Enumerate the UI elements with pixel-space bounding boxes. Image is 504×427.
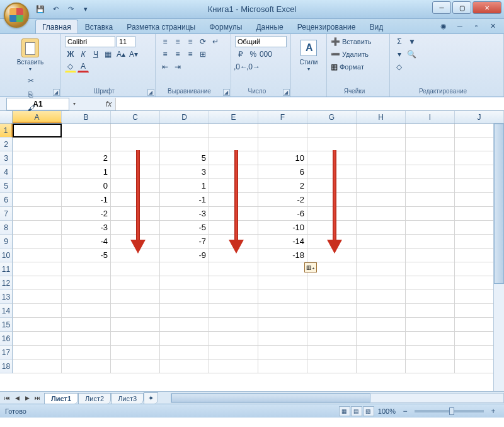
tab-formulas[interactable]: Формулы — [202, 20, 249, 33]
cell[interactable] — [357, 165, 406, 179]
cell[interactable] — [111, 165, 160, 179]
sheet-tab[interactable]: Лист1 — [44, 393, 78, 404]
cell[interactable] — [406, 346, 455, 360]
cell[interactable]: -4 — [62, 235, 111, 249]
cell[interactable] — [406, 290, 455, 304]
cell[interactable] — [357, 124, 406, 137]
cell[interactable] — [209, 249, 258, 262]
delete-cells-button[interactable]: Удалить — [341, 49, 369, 60]
row-header[interactable]: 16 — [0, 332, 13, 346]
cell[interactable]: -2 — [258, 193, 307, 207]
cell[interactable] — [111, 235, 160, 249]
cell[interactable] — [111, 137, 160, 151]
sheet-next-icon[interactable]: ▶ — [23, 395, 32, 401]
cell[interactable] — [160, 360, 209, 373]
cell[interactable] — [406, 137, 455, 151]
cell[interactable] — [258, 318, 307, 332]
cell[interactable] — [160, 262, 209, 276]
cell[interactable] — [111, 318, 160, 332]
cell[interactable] — [209, 179, 258, 193]
cell[interactable] — [209, 360, 258, 373]
save-icon[interactable]: 💾 — [35, 4, 46, 15]
cell[interactable] — [62, 124, 111, 137]
cell[interactable] — [62, 332, 111, 346]
font-name-select[interactable] — [65, 36, 115, 47]
worksheet-grid[interactable]: ABCDEFGHIJ 123456789101112131415161718 2… — [0, 111, 504, 391]
cell[interactable] — [111, 360, 160, 373]
number-format-select[interactable] — [235, 36, 287, 47]
cell[interactable] — [307, 332, 357, 346]
cell[interactable] — [209, 193, 258, 207]
cell[interactable] — [307, 318, 357, 332]
cell[interactable] — [160, 276, 209, 290]
cell[interactable] — [406, 332, 455, 346]
cell[interactable] — [160, 124, 209, 137]
cell[interactable] — [258, 124, 307, 137]
cell[interactable] — [13, 221, 62, 235]
row-header[interactable]: 18 — [0, 360, 13, 373]
cell[interactable] — [13, 249, 62, 262]
cell[interactable]: -5 — [62, 249, 111, 262]
tab-view[interactable]: Вид — [362, 20, 390, 33]
cell[interactable]: -3 — [62, 221, 111, 235]
cell[interactable] — [111, 290, 160, 304]
zoom-out-button[interactable]: − — [399, 406, 411, 417]
help-icon[interactable]: ◉ — [438, 21, 449, 31]
cell[interactable] — [357, 332, 406, 346]
cell[interactable] — [357, 290, 406, 304]
cell[interactable]: 0 — [62, 179, 111, 193]
row-header[interactable]: 2 — [0, 137, 13, 151]
column-header[interactable]: E — [209, 111, 258, 123]
styles-button[interactable]: Стили ▾ — [295, 36, 323, 74]
column-header[interactable]: G — [307, 111, 357, 123]
cell[interactable] — [406, 360, 455, 373]
cell[interactable] — [258, 332, 307, 346]
page-break-view-button[interactable]: ▧ — [363, 406, 374, 416]
cell[interactable] — [357, 151, 406, 165]
row-header[interactable]: 17 — [0, 346, 13, 360]
cell[interactable] — [406, 151, 455, 165]
cell[interactable] — [111, 207, 160, 221]
zoom-slider[interactable] — [415, 410, 484, 412]
cell[interactable] — [357, 193, 406, 207]
column-header[interactable]: B — [62, 111, 111, 123]
redo-icon[interactable]: ↷ — [65, 4, 76, 15]
cell[interactable] — [111, 151, 160, 165]
orientation-icon[interactable]: ⟳ — [197, 36, 209, 47]
cell[interactable] — [209, 207, 258, 221]
cell[interactable] — [209, 318, 258, 332]
cell[interactable] — [111, 221, 160, 235]
percent-icon[interactable]: % — [248, 49, 259, 60]
column-header[interactable]: J — [455, 111, 504, 123]
wrap-text-icon[interactable]: ↵ — [210, 36, 221, 47]
cell[interactable] — [111, 249, 160, 262]
cell[interactable] — [258, 346, 307, 360]
cell[interactable]: -6 — [258, 207, 307, 221]
cell[interactable] — [209, 276, 258, 290]
cell[interactable] — [258, 262, 307, 276]
shrink-font-icon[interactable]: A▾ — [128, 49, 139, 60]
cell[interactable] — [13, 235, 62, 249]
cell[interactable] — [62, 346, 111, 360]
cell[interactable] — [13, 165, 62, 179]
cell[interactable] — [62, 318, 111, 332]
clipboard-dialog-launcher[interactable]: ◢ — [53, 89, 60, 96]
cell[interactable] — [357, 304, 406, 318]
close-workbook-icon[interactable]: ✕ — [488, 21, 498, 31]
cell[interactable]: -18 — [258, 249, 307, 262]
cell[interactable] — [13, 360, 62, 373]
cell[interactable] — [357, 276, 406, 290]
cell[interactable]: -1 — [160, 193, 209, 207]
insert-function-button[interactable]: fx — [102, 98, 116, 110]
row-header[interactable]: 10 — [0, 249, 13, 262]
cell[interactable] — [307, 304, 357, 318]
zoom-slider-thumb[interactable] — [449, 407, 454, 415]
cell[interactable] — [111, 124, 160, 137]
cell[interactable] — [209, 137, 258, 151]
cell[interactable] — [357, 249, 406, 262]
row-header[interactable]: 7 — [0, 207, 13, 221]
cell[interactable] — [209, 262, 258, 276]
cell[interactable] — [13, 124, 62, 137]
cell[interactable] — [209, 290, 258, 304]
row-header[interactable]: 8 — [0, 221, 13, 235]
